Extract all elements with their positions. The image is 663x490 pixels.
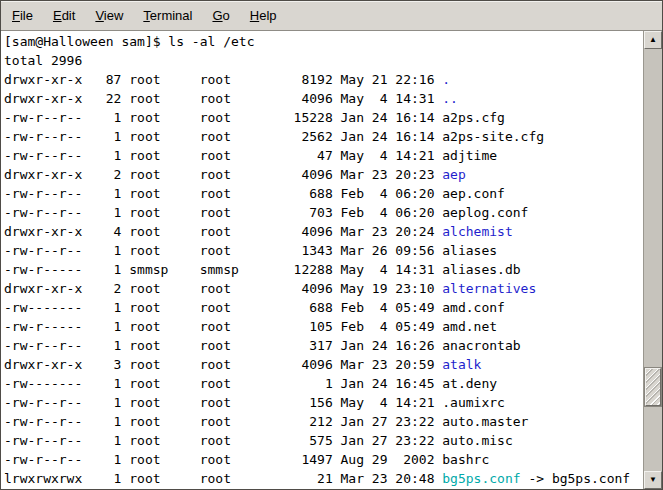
terminal-line: -rw-r--r-- 1 root root 1343 Mar 26 09:56… xyxy=(4,241,643,260)
line-text: -rw-r--r-- 1 root root 15228 Jan 24 16:1… xyxy=(4,110,442,125)
line-text: -rw-r--r-- 1 root root 703 Feb 4 06:20 xyxy=(4,205,442,220)
menu-item-view[interactable]: View xyxy=(85,2,133,30)
line-text: drwxr-xr-x 2 root root 4096 Mar 23 20:23 xyxy=(4,167,442,182)
scroll-up-icon: ▲ xyxy=(649,36,657,44)
filename-dir: atalk xyxy=(442,357,481,372)
scroll-down-button[interactable]: ▼ xyxy=(644,471,662,489)
filename-dir: . xyxy=(442,72,450,87)
menu-item-terminal[interactable]: Terminal xyxy=(133,2,202,30)
symlink-target: -> bg5ps.conf xyxy=(521,471,631,486)
terminal-line: total 2996 xyxy=(4,51,643,70)
line-text: -rw-r--r-- 1 root root 47 May 4 14:21 xyxy=(4,148,442,163)
line-text: -rw------- 1 root root 1 Jan 24 16:45 xyxy=(4,376,442,391)
terminal-line: -rw-r--r-- 1 root root 2562 Jan 24 16:14… xyxy=(4,127,643,146)
line-text: drwxr-xr-x 4 root root 4096 Mar 23 20:24 xyxy=(4,224,442,239)
terminal-line: drwxr-xr-x 22 root root 4096 May 4 14:31… xyxy=(4,89,643,108)
menu-item-go[interactable]: Go xyxy=(202,2,239,30)
terminal-line: drwxr-xr-x 2 root root 4096 Mar 23 20:23… xyxy=(4,165,643,184)
terminal-window: FileEditViewTerminalGoHelp [sam@Hallowee… xyxy=(0,0,663,490)
terminal-line: -rw-r--r-- 1 root root 15228 Jan 24 16:1… xyxy=(4,108,643,127)
line-text: -rw-r----- 1 smmsp smmsp 12288 May 4 14:… xyxy=(4,262,442,277)
filename-file: .aumixrc xyxy=(442,395,505,410)
scroll-down-icon: ▼ xyxy=(649,476,657,484)
filename-file: bashrc xyxy=(442,452,489,467)
filename-link: bg5ps.conf xyxy=(442,471,520,486)
scrollbar-thumb[interactable] xyxy=(645,368,661,406)
terminal-line: -rw------- 1 root root 1 Jan 24 16:45 at… xyxy=(4,374,643,393)
filename-dir: alternatives xyxy=(442,281,536,296)
filename-file: aliases.db xyxy=(442,262,520,277)
filename-file: anacrontab xyxy=(442,338,520,353)
terminal-line: -rw-r--r-- 1 root root 703 Feb 4 06:20 a… xyxy=(4,203,643,222)
filename-file: auto.master xyxy=(442,414,528,429)
line-text: -rw-r--r-- 1 root root 2562 Jan 24 16:14 xyxy=(4,129,442,144)
filename-file: aep.conf xyxy=(442,186,505,201)
line-text: drwxr-xr-x 3 root root 4096 Mar 23 20:59 xyxy=(4,357,442,372)
terminal-line: drwxr-xr-x 3 root root 4096 Mar 23 20:59… xyxy=(4,355,643,374)
line-text: drwxr-xr-x 87 root root 8192 May 21 22:1… xyxy=(4,72,442,87)
line-text: drwxr-xr-x 2 root root 4096 May 19 23:10 xyxy=(4,281,442,296)
filename-dir: .. xyxy=(442,91,458,106)
filename-file: amd.conf xyxy=(442,300,505,315)
terminal-line: [sam@Halloween sam]$ ls -al /etc xyxy=(4,32,643,51)
line-text: -rw-r--r-- 1 root root 156 May 4 14:21 xyxy=(4,395,442,410)
terminal-line: -rw-r--r-- 1 root root 156 May 4 14:21 .… xyxy=(4,393,643,412)
line-text: -rw-r--r-- 1 root root 1343 Mar 26 09:56 xyxy=(4,243,442,258)
terminal-line: drwxr-xr-x 4 root root 4096 Mar 23 20:24… xyxy=(4,222,643,241)
terminal-line: drwxr-xr-x 2 root root 4096 May 19 23:10… xyxy=(4,279,643,298)
filename-file: aeplog.conf xyxy=(442,205,528,220)
line-text: lrwxrwxrwx 1 root root 21 Mar 23 20:48 xyxy=(4,471,442,486)
line-text: -rw-r--r-- 1 root root 575 Jan 27 23:22 xyxy=(4,433,442,448)
terminal-line: -rw-r--r-- 1 root root 575 Jan 27 23:22 … xyxy=(4,431,643,450)
terminal-line: -rw-r--r-- 1 root root 317 Jan 24 16:26 … xyxy=(4,336,643,355)
filename-file: adjtime xyxy=(442,148,497,163)
terminal-line: -rw-r----- 1 root root 105 Feb 4 05:49 a… xyxy=(4,317,643,336)
filename-file: aliases xyxy=(442,243,497,258)
line-text: -rw-r----- 1 root root 105 Feb 4 05:49 xyxy=(4,319,442,334)
filename-dir: alchemist xyxy=(442,224,512,239)
terminal-line: -rw-r--r-- 1 root root 1497 Aug 29 2002 … xyxy=(4,450,643,469)
line-text: -rw-r--r-- 1 root root 317 Jan 24 16:26 xyxy=(4,338,442,353)
terminal-area: [sam@Halloween sam]$ ls -al /etctotal 29… xyxy=(1,31,662,489)
line-text: [sam@Halloween sam]$ ls -al /etc xyxy=(4,34,254,49)
scroll-up-button[interactable]: ▲ xyxy=(644,31,662,49)
menu-item-help[interactable]: Help xyxy=(240,2,287,30)
menu-bar: FileEditViewTerminalGoHelp xyxy=(1,1,662,31)
terminal-line: -rw-r--r-- 1 root root 212 Jan 27 23:22 … xyxy=(4,412,643,431)
scrollbar[interactable]: ▲ ▼ xyxy=(643,31,662,489)
line-text: total 2996 xyxy=(4,53,82,68)
terminal-line: -rw-r--r-- 1 root root 688 Feb 4 06:20 a… xyxy=(4,184,643,203)
filename-dir: aep xyxy=(442,167,465,182)
line-text: -rw-r--r-- 1 root root 1497 Aug 29 2002 xyxy=(4,452,442,467)
menu-item-edit[interactable]: Edit xyxy=(43,2,85,30)
terminal-line: -rw------- 1 root root 688 Feb 4 05:49 a… xyxy=(4,298,643,317)
terminal-line: lrwxrwxrwx 1 root root 21 Mar 23 20:48 b… xyxy=(4,469,643,488)
line-text: -rw-r--r-- 1 root root 688 Feb 4 06:20 xyxy=(4,186,442,201)
scrollbar-trough[interactable] xyxy=(644,49,662,471)
filename-file: amd.net xyxy=(442,319,497,334)
terminal-line: drwxr-xr-x 87 root root 8192 May 21 22:1… xyxy=(4,70,643,89)
terminal-line: -rw-r----- 1 smmsp smmsp 12288 May 4 14:… xyxy=(4,260,643,279)
filename-file: auto.misc xyxy=(442,433,512,448)
terminal-output[interactable]: [sam@Halloween sam]$ ls -al /etctotal 29… xyxy=(1,31,643,489)
line-text: -rw------- 1 root root 688 Feb 4 05:49 xyxy=(4,300,442,315)
line-text: drwxr-xr-x 22 root root 4096 May 4 14:31 xyxy=(4,91,442,106)
line-text: -rw-r--r-- 1 root root 212 Jan 27 23:22 xyxy=(4,414,442,429)
menu-item-file[interactable]: File xyxy=(2,2,43,30)
terminal-line: -rw-r--r-- 1 root root 47 May 4 14:21 ad… xyxy=(4,146,643,165)
filename-file: at.deny xyxy=(442,376,497,391)
filename-file: a2ps.cfg xyxy=(442,110,505,125)
filename-file: a2ps-site.cfg xyxy=(442,129,544,144)
